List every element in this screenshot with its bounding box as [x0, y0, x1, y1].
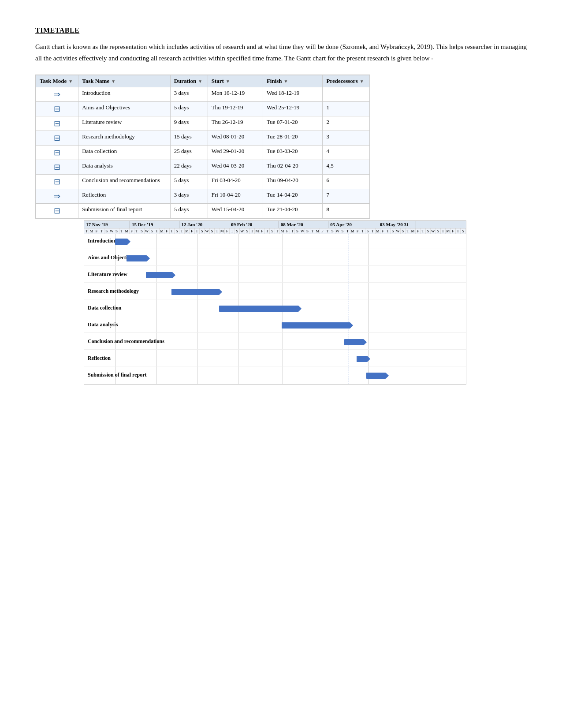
chart-vertical-line	[349, 234, 349, 384]
chart-month-cell: 09 Feb '20	[229, 221, 279, 228]
chart-day-cell: W	[145, 228, 149, 234]
th-pred: Predecessors▼	[323, 75, 370, 87]
cell-pred: 4,5	[323, 160, 370, 175]
cell-pred: 3	[323, 131, 370, 146]
chart-day-cell: T	[456, 228, 461, 234]
chart-day-cell: T	[345, 228, 350, 234]
chart-day-cell: T	[310, 228, 315, 234]
sort-arrow-finish[interactable]: ▼	[284, 79, 288, 84]
cell-pred: 6	[323, 175, 370, 189]
table-row: ⊟Conclusion and recommendations5 daysFri…	[36, 175, 370, 189]
chart-day-cell: T	[275, 228, 280, 234]
sort-arrow-duration[interactable]: ▼	[198, 79, 202, 84]
chart-day-cell: M	[376, 228, 380, 234]
chart-task-row: Conclusion and recommendations	[84, 335, 466, 350]
th-start-label: Start	[212, 78, 224, 85]
chart-day-cell: T	[84, 228, 89, 234]
chart-day-cell: F	[190, 228, 194, 234]
th-task-name: Task Name▼	[78, 75, 171, 87]
chart-day-cell: M	[255, 228, 260, 234]
chart-day-cell: S	[114, 228, 119, 234]
chart-day-cell: M	[124, 228, 129, 234]
cell-finish: Wed 25-12-19	[263, 102, 323, 116]
gantt-chart: 17 Nov '1915 Dec '1912 Jan '2009 Feb '20…	[84, 220, 466, 385]
chart-day-cell: M	[89, 228, 94, 234]
cell-task-name: Data analysis	[78, 160, 171, 175]
chart-day-cell: W	[431, 228, 435, 234]
chart-day-cell: W	[335, 228, 340, 234]
chart-task-row: Aims and Objectives	[84, 251, 466, 266]
cell-start: Fri 03-04-20	[208, 175, 263, 189]
cell-finish: Tue 14-04-20	[263, 189, 323, 204]
chart-day-cell: S	[365, 228, 370, 234]
chart-day-cell: T	[370, 228, 375, 234]
sort-arrow-name[interactable]: ▼	[111, 79, 115, 84]
chart-task-label: Data collection	[88, 305, 121, 311]
chart-day-cell: W	[205, 228, 209, 234]
cell-pred: 2	[323, 116, 370, 131]
chart-day-cell: F	[285, 228, 290, 234]
chart-day-cell: F	[416, 228, 421, 234]
cell-task-mode: ⊟	[36, 102, 78, 116]
chart-task-label: Literature review	[88, 271, 127, 278]
chart-day-cell: M	[350, 228, 355, 234]
th-duration-label: Duration	[174, 78, 197, 85]
chart-month-cell: 15 Dec '19	[130, 221, 180, 228]
sort-arrow-pred[interactable]: ▼	[360, 79, 364, 84]
chart-task-row: Introduction	[84, 234, 466, 249]
chart-task-label: Reflection	[88, 355, 111, 362]
table-row: ⊟Data collection25 daysWed 29-01-20Tue 0…	[36, 146, 370, 160]
chart-day-cell: S	[295, 228, 300, 234]
cell-task-name: Conclusion and recommendations	[78, 175, 171, 189]
chart-day-cell: M	[185, 228, 190, 234]
cell-start: Mon 16-12-19	[208, 87, 263, 102]
chart-day-cell: F	[164, 228, 169, 234]
manual-mode-icon: ⊟	[54, 105, 60, 113]
chart-day-cell: S	[330, 228, 335, 234]
cell-task-mode: ⊟	[36, 160, 78, 175]
chart-day-cell: M	[446, 228, 450, 234]
chart-task-row: Reflection	[84, 351, 466, 366]
chart-day-cell: S	[200, 228, 205, 234]
auto-mode-icon: ⇒	[54, 192, 60, 201]
th-duration: Duration▼	[170, 75, 208, 87]
chart-day-cell: S	[391, 228, 395, 234]
cell-start: Thu 26-12-19	[208, 116, 263, 131]
cell-finish: Thu 02-04-20	[263, 160, 323, 175]
cell-pred: 7	[323, 189, 370, 204]
cell-duration: 15 days	[170, 131, 208, 146]
cell-duration: 3 days	[170, 189, 208, 204]
cell-start: Fri 10-04-20	[208, 189, 263, 204]
chart-task-label: Research methodology	[88, 288, 139, 295]
sort-arrow-mode[interactable]: ▼	[68, 79, 73, 84]
cell-task-name: Introduction	[78, 87, 171, 102]
cell-task-mode: ⇒	[36, 189, 78, 204]
cell-pred: 1	[323, 102, 370, 116]
cell-finish: Tue 07-01-20	[263, 116, 323, 131]
manual-mode-icon: ⊟	[54, 134, 60, 142]
chart-day-cell: T	[325, 228, 330, 234]
chart-day-cell: T	[265, 228, 270, 234]
chart-day-cell: F	[94, 228, 99, 234]
cell-task-mode: ⊟	[36, 175, 78, 189]
th-start: Start▼	[208, 75, 263, 87]
cell-task-name: Aims and Objectives	[78, 102, 171, 116]
chart-task-label: Conclusion and recommendations	[88, 338, 164, 345]
cell-task-mode: ⊟	[36, 204, 78, 218]
th-finish: Finish▼	[263, 75, 323, 87]
sort-arrow-start[interactable]: ▼	[226, 79, 230, 84]
cell-finish: Tue 03-03-20	[263, 146, 323, 160]
chart-day-cell: S	[104, 228, 109, 234]
cell-finish: Tue 21-04-20	[263, 204, 323, 218]
cell-duration: 22 days	[170, 160, 208, 175]
chart-day-cell: W	[109, 228, 114, 234]
chart-day-cell: S	[340, 228, 345, 234]
table-row: ⊟Submission of final report5 daysWed 15-…	[36, 204, 370, 218]
chart-day-cell: T	[421, 228, 425, 234]
chart-month-cell: 12 Jan '20	[179, 221, 229, 228]
chart-day-cell: F	[130, 228, 134, 234]
cell-start: Wed 29-01-20	[208, 146, 263, 160]
cell-pred	[323, 87, 370, 102]
chart-day-cell: S	[139, 228, 144, 234]
chart-task-row: Data collection	[84, 301, 466, 316]
